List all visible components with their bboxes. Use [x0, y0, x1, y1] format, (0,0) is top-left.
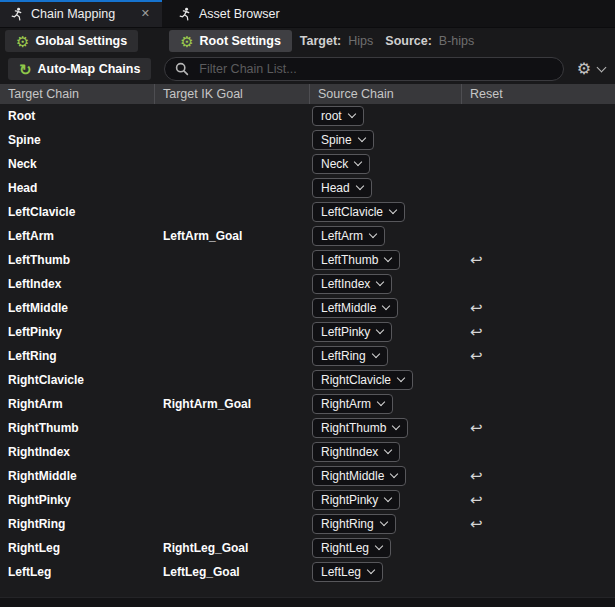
reset-cell: ↩	[462, 467, 615, 485]
source-chain-dropdown[interactable]: LeftIndex	[312, 274, 392, 294]
search-box[interactable]	[164, 57, 563, 81]
source-chain-dropdown[interactable]: RightArm	[312, 394, 393, 414]
reset-chain-button[interactable]: ↩	[470, 300, 483, 315]
table-row[interactable]: RightClavicleRightClavicle	[0, 368, 615, 392]
reset-chain-button[interactable]: ↩	[470, 348, 483, 363]
source-chain-value: LeftClavicle	[321, 205, 383, 219]
target-label: Target:	[300, 34, 341, 48]
table-row[interactable]: LeftPinkyLeftPinky↩	[0, 320, 615, 344]
table-header: Target Chain Target IK Goal Source Chain…	[0, 84, 615, 104]
table-row[interactable]: RightPinkyRightPinky↩	[0, 488, 615, 512]
table-row[interactable]: HeadHead	[0, 176, 615, 200]
source-chain-dropdown[interactable]: Spine	[312, 130, 374, 150]
table-row[interactable]: LeftClavicleLeftClavicle	[0, 200, 615, 224]
source-chain-cell: Spine	[310, 130, 462, 150]
column-header-source-chain[interactable]: Source Chain	[310, 84, 462, 104]
source-chain-cell: RightPinky	[310, 490, 462, 510]
target-chain-label: RightRing	[0, 517, 155, 531]
source-chain-dropdown[interactable]: LeftArm	[312, 226, 385, 246]
table-row[interactable]: LeftMiddleLeftMiddle↩	[0, 296, 615, 320]
source-chain-value: RightLeg	[321, 541, 369, 555]
root-settings-button[interactable]: ⚙ Root Settings	[169, 30, 292, 52]
source-chain-value: LeftIndex	[321, 277, 370, 291]
column-header-reset[interactable]: Reset	[462, 84, 615, 104]
source-chain-cell: LeftThumb	[310, 250, 462, 270]
tab-asset-browser[interactable]: Asset Browser	[168, 0, 290, 27]
root-settings-label: Root Settings	[200, 34, 281, 48]
source-chain-value: root	[321, 109, 342, 123]
source-chain-dropdown[interactable]: RightLeg	[312, 538, 391, 558]
table-row[interactable]: RightArmRightArm_GoalRightArm	[0, 392, 615, 416]
table-row[interactable]: RightIndexRightIndex	[0, 440, 615, 464]
table-row[interactable]: RightMiddleRightMiddle↩	[0, 464, 615, 488]
filter-chain-input[interactable]	[197, 61, 552, 77]
source-chain-dropdown[interactable]: RightMiddle	[312, 466, 406, 486]
reset-undo-icon: ↩	[470, 323, 483, 340]
table-row[interactable]: RightThumbRightThumb↩	[0, 416, 615, 440]
source-chain-dropdown[interactable]: root	[312, 106, 364, 126]
source-chain-dropdown[interactable]: RightThumb	[312, 418, 408, 438]
chevron-down-icon	[357, 134, 365, 142]
source-chain-dropdown[interactable]: RightIndex	[312, 442, 400, 462]
root-target-readout: Target: Hips	[300, 34, 373, 48]
reset-chain-button[interactable]: ↩	[470, 468, 483, 483]
reset-chain-button[interactable]: ↩	[470, 252, 483, 267]
table-row[interactable]: LeftRingLeftRing↩	[0, 344, 615, 368]
source-chain-value: LeftRing	[321, 349, 366, 363]
source-chain-dropdown[interactable]: LeftRing	[312, 346, 388, 366]
target-chain-label: Neck	[0, 157, 155, 171]
source-chain-dropdown[interactable]: RightClavicle	[312, 370, 413, 390]
source-chain-dropdown[interactable]: LeftPinky	[312, 322, 392, 342]
target-chain-label: LeftMiddle	[0, 301, 155, 315]
source-chain-dropdown[interactable]: Head	[312, 178, 372, 198]
source-chain-dropdown[interactable]: LeftClavicle	[312, 202, 405, 222]
table-row[interactable]: LeftLegLeftLeg_GoalLeftLeg	[0, 560, 615, 584]
toolbar-row: ↻ Auto-Map Chains ⚙	[0, 54, 615, 84]
reset-cell: ↩	[462, 347, 615, 365]
chain-table-body: RootrootSpineSpineNeckNeckHeadHeadLeftCl…	[0, 104, 615, 584]
source-chain-value: LeftMiddle	[321, 301, 376, 315]
table-row[interactable]: NeckNeck	[0, 152, 615, 176]
close-icon[interactable]: ✕	[139, 7, 152, 20]
source-chain-dropdown[interactable]: RightPinky	[312, 490, 400, 510]
source-chain-cell: RightMiddle	[310, 466, 462, 486]
active-tab-accent	[0, 0, 162, 2]
reset-chain-button[interactable]: ↩	[470, 324, 483, 339]
reset-chain-button[interactable]: ↩	[470, 492, 483, 507]
table-row[interactable]: RightRingRightRing↩	[0, 512, 615, 536]
source-chain-dropdown[interactable]: LeftThumb	[312, 250, 400, 270]
source-chain-dropdown[interactable]: LeftLeg	[312, 562, 383, 582]
table-row[interactable]: RightLegRightLeg_GoalRightLeg	[0, 536, 615, 560]
target-ik-goal-label: RightArm_Goal	[155, 397, 310, 411]
column-header-target-chain[interactable]: Target Chain	[0, 84, 155, 104]
source-chain-dropdown[interactable]: RightRing	[312, 514, 396, 534]
source-label: Source:	[385, 34, 432, 48]
target-chain-label: Spine	[0, 133, 155, 147]
horizontal-scrollbar[interactable]	[0, 597, 615, 607]
source-chain-dropdown[interactable]: Neck	[312, 154, 370, 174]
auto-map-chains-button[interactable]: ↻ Auto-Map Chains	[8, 58, 151, 80]
column-header-target-ik-goal[interactable]: Target IK Goal	[155, 84, 310, 104]
reset-cell: ↩	[462, 419, 615, 437]
table-row[interactable]: SpineSpine	[0, 128, 615, 152]
chevron-down-icon	[371, 350, 379, 358]
global-settings-button[interactable]: ⚙ Global Settings	[5, 30, 138, 52]
source-chain-value: RightIndex	[321, 445, 378, 459]
source-chain-dropdown[interactable]: LeftMiddle	[312, 298, 398, 318]
tab-chain-mapping[interactable]: Chain Mapping ✕	[0, 0, 162, 27]
table-row[interactable]: Rootroot	[0, 104, 615, 128]
target-chain-label: LeftArm	[0, 229, 155, 243]
table-row[interactable]: LeftArmLeftArm_GoalLeftArm	[0, 224, 615, 248]
table-row[interactable]: LeftThumbLeftThumb↩	[0, 248, 615, 272]
view-options-button[interactable]: ⚙	[577, 61, 605, 77]
source-chain-value: LeftThumb	[321, 253, 378, 267]
reset-chain-button[interactable]: ↩	[470, 420, 483, 435]
source-chain-value: LeftLeg	[321, 565, 361, 579]
target-value: Hips	[348, 34, 373, 48]
chevron-down-icon	[369, 230, 377, 238]
source-chain-cell: RightArm	[310, 394, 462, 414]
table-row[interactable]: LeftIndexLeftIndex	[0, 272, 615, 296]
reset-chain-button[interactable]: ↩	[470, 516, 483, 531]
tab-label: Asset Browser	[199, 7, 280, 21]
chevron-down-icon	[597, 62, 607, 72]
